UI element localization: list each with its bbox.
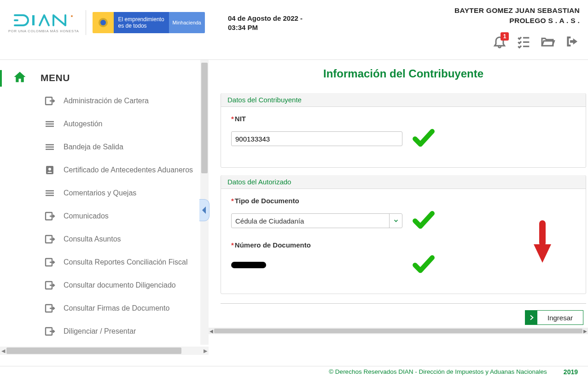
lines-icon xyxy=(44,118,55,130)
header: POR UNA COLOMBIA MÁS HONESTA El emprendi… xyxy=(0,0,588,60)
sidebar-label: Comunicados xyxy=(64,212,109,220)
notifications-icon[interactable]: 1 xyxy=(492,34,507,51)
numdoc-input[interactable] xyxy=(231,262,402,268)
exit-icon xyxy=(44,234,55,245)
sidebar-label: Consulta Reportes Conciliación Fiscal xyxy=(64,258,187,266)
sidebar-item-consulta-asuntos[interactable]: Consulta Asuntos xyxy=(44,228,195,251)
sidebar-item-doc-diligenciado[interactable]: Consultar documento Diligenciado xyxy=(44,274,195,297)
nit-input[interactable] xyxy=(231,131,402,146)
home-icon[interactable] xyxy=(13,70,27,86)
sidebar-label: Comentarios y Quejas xyxy=(64,189,136,197)
dian-slogan: POR UNA COLOMBIA MÁS HONESTA xyxy=(8,29,79,33)
gov-emblem-icon xyxy=(93,12,114,33)
menu-title: MENU xyxy=(41,72,70,83)
exit-icon xyxy=(44,326,55,337)
gov-text-2: es de todos xyxy=(118,23,164,29)
header-date: 04 de Agosto de 2022 - xyxy=(228,14,303,23)
sidebar: MENU Administración de Cartera Autogesti… xyxy=(0,60,209,355)
check-icon xyxy=(411,207,437,235)
numdoc-label: *Número de Documento xyxy=(231,241,576,249)
lines-icon xyxy=(44,141,55,153)
ingresar-label: Ingresar xyxy=(537,314,583,322)
header-user: BAYTER GOMEZ JUAN SEBASTIAN PROLEGO S . … xyxy=(454,6,580,25)
exit-icon xyxy=(44,211,55,222)
footer-year: 2019 xyxy=(564,368,578,376)
gov-badge: El emprendimiento es de todos Minhaciend… xyxy=(93,12,205,33)
legend-contribuyente: Datos del Contribuyente xyxy=(221,93,586,107)
svg-point-15 xyxy=(48,168,51,171)
header-user-name: BAYTER GOMEZ JUAN SEBASTIAN xyxy=(454,6,580,16)
sidebar-item-comunicados[interactable]: Comunicados xyxy=(44,205,195,228)
sidebar-item-bandeja-salida[interactable]: Bandeja de Salida xyxy=(44,135,195,159)
tasks-icon[interactable] xyxy=(515,34,531,51)
sidebar-item-comentarios[interactable]: Comentarios y Quejas xyxy=(44,182,195,205)
collapse-handle[interactable] xyxy=(199,199,210,221)
sidebar-item-autogestion[interactable]: Autogestión xyxy=(44,112,195,135)
sidebar-item-reportes-fiscal[interactable]: Consulta Reportes Conciliación Fiscal xyxy=(44,251,195,274)
legend-autorizado: Datos del Autorizado xyxy=(221,175,586,189)
main-horizontal-scrollbar[interactable]: ◀ ▶ xyxy=(209,328,588,334)
redacted-value xyxy=(231,262,266,268)
sidebar-label: Bandeja de Salida xyxy=(64,143,123,151)
nit-label: *NIT xyxy=(231,115,576,123)
svg-rect-25 xyxy=(539,220,546,246)
ingresar-button[interactable]: Ingresar xyxy=(525,310,583,325)
header-datetime: 04 de Agosto de 2022 - 03:34 PM xyxy=(228,14,303,33)
header-user-org: PROLEGO S . A . S . xyxy=(454,16,580,26)
dian-logo: POR UNA COLOMBIA MÁS HONESTA xyxy=(8,12,79,33)
tipo-doc-select[interactable]: Cédula de Ciudadanía xyxy=(231,213,402,228)
sidebar-item-firmas-doc[interactable]: Consultar Firmas de Documento xyxy=(44,297,195,320)
page-title: Información del Contribuyente xyxy=(221,67,586,80)
svg-point-3 xyxy=(100,20,106,25)
chevron-down-icon xyxy=(389,214,402,228)
divider xyxy=(221,303,586,304)
sidebar-item-diligenciar-presentar[interactable]: Diligenciar / Presentar xyxy=(44,320,195,343)
check-icon xyxy=(411,125,437,153)
header-time: 03:34 PM xyxy=(228,23,303,32)
main-panel: Información del Contribuyente Datos del … xyxy=(209,60,588,365)
svg-point-1 xyxy=(71,15,73,17)
sidebar-label: Certificado de Antecedentes Aduaneros xyxy=(64,166,193,174)
exit-icon xyxy=(44,257,55,268)
sidebar-label: Consultar documento Diligenciado xyxy=(64,281,176,289)
tipo-doc-value: Cédula de Ciudadanía xyxy=(235,217,304,225)
chevron-right-icon xyxy=(525,311,537,324)
svg-rect-0 xyxy=(32,15,35,25)
sidebar-label: Consulta Asuntos xyxy=(64,235,121,243)
sidebar-label: Consultar Firmas de Documento xyxy=(64,304,169,312)
footer-copy: © Derechos Reservados DIAN - Dirección d… xyxy=(329,368,547,375)
sidebar-item-admin-cartera[interactable]: Administración de Cartera xyxy=(44,89,195,112)
sidebar-label: Autogestión xyxy=(64,120,103,128)
check-icon xyxy=(411,251,437,279)
exit-icon xyxy=(44,95,55,106)
notifications-badge: 1 xyxy=(501,32,509,41)
lines-icon xyxy=(44,188,55,199)
divider xyxy=(86,10,86,35)
gov-minhacienda: Minhacienda xyxy=(169,12,205,33)
exit-icon xyxy=(44,280,55,291)
sidebar-label: Administración de Cartera xyxy=(64,97,149,105)
folder-icon[interactable] xyxy=(539,34,556,51)
footer: © Derechos Reservados DIAN - Dirección d… xyxy=(0,366,588,377)
annotation-arrow-icon xyxy=(531,218,554,266)
sidebar-item-antecedentes[interactable]: Certificado de Antecedentes Aduaneros xyxy=(44,159,195,182)
sidebar-label: Diligenciar / Presentar xyxy=(64,327,136,336)
gov-text-1: El emprendimiento xyxy=(118,16,164,23)
exit-icon xyxy=(44,303,55,314)
logout-icon[interactable] xyxy=(564,34,580,51)
tipo-doc-label: *Tipo de Documento xyxy=(231,197,576,205)
fieldset-contribuyente: Datos del Contribuyente *NIT xyxy=(221,93,586,168)
sidebar-horizontal-scrollbar[interactable]: ◀ ▶ xyxy=(0,347,209,355)
badge-icon xyxy=(44,165,55,176)
